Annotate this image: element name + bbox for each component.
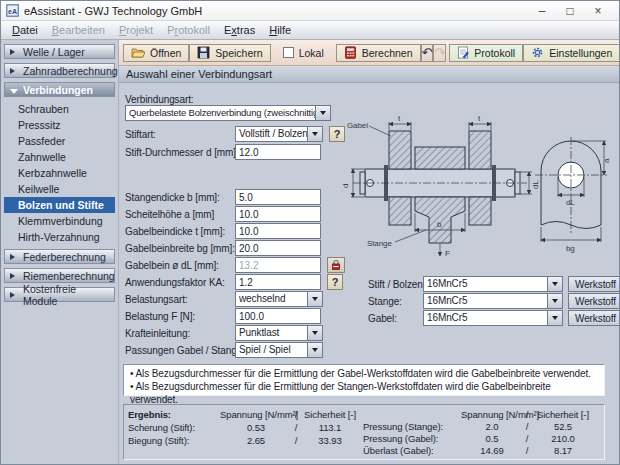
open-button[interactable]: Öffnen: [123, 44, 189, 62]
gabelbein-dl-input: [235, 257, 321, 273]
undo-icon: ↶: [422, 45, 433, 60]
material-gabel-select[interactable]: 16MnCr5: [423, 310, 563, 326]
sidebar-cat-federberechnung[interactable]: Federberechnung: [4, 249, 115, 264]
save-button[interactable]: Speichern: [189, 44, 270, 62]
drawing-dim-b: b: [437, 220, 442, 229]
krafteinleitung-select[interactable]: Punktlast: [235, 325, 323, 341]
chevron-right-icon: [10, 292, 18, 298]
menu-bar: Datei Bearbeiten Projekt Protokoll Extra…: [1, 21, 619, 40]
drawing-dim-dl: dL: [531, 180, 540, 189]
werkstoff-stange-button[interactable]: Werkstoff: [568, 293, 620, 309]
menu-hilfe[interactable]: Hilfe: [262, 22, 298, 38]
gear-icon: [531, 46, 544, 59]
menu-datei[interactable]: Datei: [5, 22, 45, 38]
calculate-button[interactable]: Berechnen: [336, 44, 421, 62]
dropdown-arrow-icon[interactable]: [547, 311, 562, 325]
chevron-down-icon: [10, 89, 18, 94]
app-window: eA eAssistant - GWJ Technology GmbH – □ …: [0, 0, 620, 465]
sidebar-cat-zahnradberechnung[interactable]: Zahnradberechnung: [4, 63, 115, 78]
material-stange-select[interactable]: 16MnCr5: [423, 293, 563, 309]
chevron-right-icon: [10, 254, 18, 260]
verbindungsart-select[interactable]: Querbelastete Bolzenverbindung (zweischn…: [125, 105, 331, 121]
redo-icon: ↷: [434, 45, 445, 60]
stangendicke-input[interactable]: [235, 189, 321, 205]
local-label: Lokal: [299, 47, 324, 59]
material-stift-row: Stift / Bolzen: 16MnCr5 Werkstoff: [368, 276, 620, 292]
drawing-dim-d: d: [341, 184, 350, 188]
dropdown-arrow-icon[interactable]: [547, 277, 562, 291]
note-line: Als Bezugsdurchmesser für die Ermittlung…: [130, 380, 598, 406]
scheitelhoehe-input[interactable]: [235, 206, 321, 222]
svg-text:eA: eA: [8, 8, 17, 15]
protocol-button[interactable]: Protokoll: [449, 44, 523, 62]
settings-button[interactable]: Einstellungen: [523, 44, 620, 62]
toolbar: Öffnen Speichern Lokal: [119, 40, 619, 66]
material-stange-row: Stange: 16MnCr5 Werkstoff: [368, 293, 620, 309]
dropdown-arrow-icon[interactable]: [307, 127, 322, 141]
sidebar-cat-riemenberechnung[interactable]: Riemenberechnung: [4, 268, 115, 283]
passungen-row: Passungen Gabel / Stange: Spiel / Spiel: [125, 342, 323, 358]
close-button[interactable]: ×: [592, 4, 604, 18]
gabelbeinbreite-row: Gabelbeinbreite bg [mm]:: [125, 240, 321, 256]
belastungsart-select[interactable]: wechselnd: [235, 291, 323, 307]
results-header-left: Ergebnis: Spannung [N/mm²] / Sicherheit …: [128, 408, 363, 421]
belastungsart-row: Belastungsart: wechselnd: [125, 291, 323, 307]
sidebar-item-passfeder[interactable]: Passfeder: [4, 133, 115, 149]
sidebar-cat-verbindungen[interactable]: Verbindungen: [4, 82, 115, 97]
drawing-dim-bg: bg: [566, 244, 575, 253]
werkstoff-stift-button[interactable]: Werkstoff: [568, 276, 620, 292]
sidebar-item-kerbzahnwelle[interactable]: Kerbzahnwelle: [4, 165, 115, 181]
chevron-right-icon: [10, 273, 18, 279]
main-panel: Auswahl einer Verbindungsart Verbindungs…: [119, 66, 619, 464]
gabelbeindicke-row: Gabelbeindicke t [mm]:: [125, 223, 321, 239]
result-row-pressung-stange: Pressung (Stange): 2.0 / 52.5: [363, 420, 600, 432]
sidebar-cat-kostenfreie-module[interactable]: Kostenfreie Module: [4, 287, 115, 302]
result-row-biegung: Biegung (Stift): 2.65 / 33.93: [128, 434, 363, 447]
document-pen-icon: [457, 46, 469, 59]
dropdown-arrow-icon[interactable]: [547, 294, 562, 308]
technical-drawing: Gabel Stange t t d dL b F a dL bg: [339, 111, 611, 261]
material-stift-select[interactable]: 16MnCr5: [423, 276, 563, 292]
minimize-button[interactable]: –: [536, 4, 548, 18]
scheitelhoehe-row: Scheitelhöhe a [mm]: [125, 206, 321, 222]
anwendungsfaktor-help-button[interactable]: ?: [327, 274, 343, 290]
material-gabel-row: Gabel: 16MnCr5 Werkstoff: [368, 310, 620, 326]
belastung-input[interactable]: [235, 308, 321, 324]
sidebar-item-keilwelle[interactable]: Keilwelle: [4, 181, 115, 197]
section-title: Auswahl einer Verbindungsart: [119, 66, 619, 83]
anwendungsfaktor-input[interactable]: [235, 274, 321, 290]
stift-durchmesser-input[interactable]: [235, 144, 321, 160]
menu-extras[interactable]: Extras: [217, 22, 262, 38]
drawing-label-stange: Stange: [367, 239, 392, 248]
window-title: eAssistant - GWJ Technology GmbH: [24, 5, 202, 17]
dropdown-arrow-icon[interactable]: [307, 292, 322, 306]
menu-bearbeiten: Bearbeiten: [45, 22, 112, 38]
sidebar-cat-welle-lager[interactable]: Welle / Lager: [4, 44, 115, 59]
redo-button: ↷: [433, 44, 446, 62]
drawing-label-f: F: [445, 249, 450, 258]
local-checkbox[interactable]: [283, 47, 294, 58]
sidebar-item-presssitz[interactable]: Presssitz: [4, 117, 115, 133]
sidebar-item-schrauben[interactable]: Schrauben: [4, 101, 115, 117]
gabelbeindicke-input[interactable]: [235, 223, 321, 239]
maximize-button[interactable]: □: [564, 4, 576, 18]
drawing-dim-a: a: [602, 158, 611, 163]
gabelbeinbreite-input[interactable]: [235, 240, 321, 256]
result-row-pressung-gabel: Pressung (Gabel): 0.5 / 210.0: [363, 432, 600, 444]
undo-button[interactable]: ↶: [421, 44, 434, 62]
results-panel: Ergebnis: Spannung [N/mm²] / Sicherheit …: [123, 404, 605, 460]
sidebar-item-bolzen-und-stifte[interactable]: Bolzen und Stifte: [4, 197, 115, 213]
sidebar-item-klemmverbindung[interactable]: Klemmverbindung: [4, 213, 115, 229]
passungen-select[interactable]: Spiel / Spiel: [235, 342, 323, 358]
drawing-dim-t2: t: [478, 114, 481, 123]
dropdown-arrow-icon[interactable]: [307, 326, 322, 340]
sidebar-item-hirth-verzahnung[interactable]: Hirth-Verzahnung: [4, 229, 115, 245]
stiftart-select[interactable]: Vollstift / Bolzen: [235, 126, 323, 142]
werkstoff-gabel-button[interactable]: Werkstoff: [568, 310, 620, 326]
dropdown-arrow-icon[interactable]: [315, 106, 330, 120]
drawing-dim-dl2: dL: [566, 198, 575, 207]
sidebar-item-zahnwelle[interactable]: Zahnwelle: [4, 149, 115, 165]
menu-projekt: Projekt: [112, 22, 160, 38]
dropdown-arrow-icon[interactable]: [307, 343, 322, 357]
verbindungsart-row: Querbelastete Bolzenverbindung (zweischn…: [125, 105, 331, 121]
